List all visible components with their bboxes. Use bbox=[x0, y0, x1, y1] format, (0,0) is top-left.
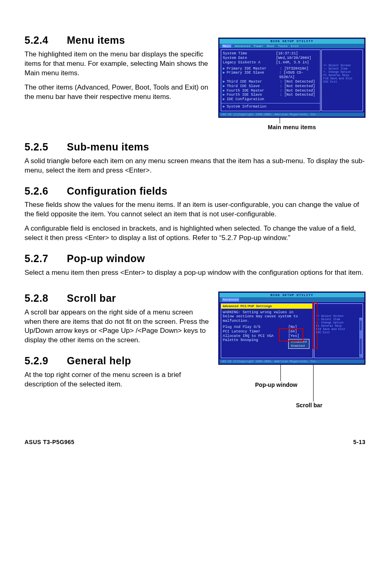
para: The other items (Advanced, Power, Boot, … bbox=[25, 83, 211, 102]
bios-tab: Boot bbox=[267, 44, 275, 48]
triangle-icon: ▶ bbox=[223, 71, 225, 80]
help-line: ESC Exit bbox=[323, 80, 361, 83]
leader-line bbox=[280, 365, 281, 381]
help-line: +- Change Option bbox=[316, 321, 361, 324]
warning-text: WARNING: Setting wrong values in bbox=[223, 310, 311, 315]
triangle-icon: ▶ bbox=[223, 93, 225, 97]
heading-text: Pop-up window bbox=[67, 253, 145, 264]
help-line: F1 General Help bbox=[323, 74, 361, 77]
bios-title: BIOS SETUP UTILITY bbox=[220, 293, 364, 298]
heading-num: 5.2.4 bbox=[25, 34, 64, 47]
caption-popup-window: Pop-up window bbox=[255, 381, 297, 389]
heading-num: 5.2.7 bbox=[25, 252, 64, 266]
heading-529: 5.2.9 General help bbox=[25, 354, 211, 368]
bios-key: Plug And Play O/S bbox=[223, 325, 288, 330]
page-footer: ASUS T3-P5G965 5-13 bbox=[25, 438, 365, 446]
help-line: +- Change Option bbox=[323, 70, 361, 74]
bios-key: System Information bbox=[226, 105, 280, 109]
footer-product: ASUS T3-P5G965 bbox=[25, 438, 74, 446]
scrollbar bbox=[359, 318, 362, 357]
triangle-icon: ▶ bbox=[223, 67, 225, 71]
para: The highlighted item on the menu bar dis… bbox=[25, 50, 211, 78]
bios-val: [Wed,10/20/2004] bbox=[276, 56, 311, 61]
bios-val: : [ST320410A] bbox=[280, 67, 308, 71]
bios-key: Fourth IDE Master bbox=[226, 89, 280, 93]
bios-help-panel: ++ Select Screen ↑↓ Select Item +- Chang… bbox=[314, 303, 363, 358]
highlight-popup-rect bbox=[279, 328, 303, 341]
bios-val: : [Not Detected] bbox=[280, 84, 315, 89]
bios-key: System Date bbox=[223, 56, 276, 61]
panel-title: Advanced PCI/PnP Settings bbox=[221, 304, 313, 309]
help-line: F10 Save and Exit bbox=[316, 328, 361, 331]
bios-tab: Exit bbox=[291, 44, 299, 48]
heading-num: 5.2.8 bbox=[25, 292, 64, 305]
bios-tabs: Advanced bbox=[220, 297, 364, 302]
bios-val: : [Not Detected] bbox=[280, 93, 315, 97]
bios-key: Primary IDE Master bbox=[226, 67, 280, 71]
bios-val: : [Not Detected] bbox=[280, 89, 315, 93]
bios-tab: Main bbox=[222, 44, 231, 48]
bios-key: IDE Configuration bbox=[226, 97, 280, 102]
heading-text: Scroll bar bbox=[67, 292, 116, 304]
heading-526: 5.2.6 Configuration fields bbox=[25, 184, 365, 198]
help-line: ↑↓ Select Item bbox=[316, 318, 361, 321]
heading-num: 5.2.6 bbox=[25, 184, 64, 198]
para: A configurable field is enclosed in brac… bbox=[25, 224, 365, 243]
bios-key: Legacy Diskette A bbox=[223, 61, 276, 65]
help-line: ESC Exit bbox=[316, 331, 361, 334]
bios-val: [16:37:21] bbox=[276, 52, 298, 56]
bios-val: : [ASUS CD-S520/A] bbox=[279, 71, 318, 80]
bios-key: System Time bbox=[223, 52, 276, 56]
footer-page-number: 5-13 bbox=[353, 438, 365, 446]
caption-scroll-bar: Scroll bar bbox=[296, 402, 323, 409]
para: At the top right corner of the menu scre… bbox=[25, 370, 211, 389]
leader-line bbox=[313, 365, 314, 402]
heading-525: 5.2.5 Sub-menu items bbox=[25, 140, 365, 154]
triangle-icon: ▶ bbox=[223, 80, 225, 84]
heading-num: 5.2.9 bbox=[25, 354, 64, 368]
bios-main-screenshot: BIOS SETUP UTILITY Main Advanced Power B… bbox=[218, 38, 365, 118]
bios-key: Fourth IDE Slave bbox=[226, 93, 280, 97]
para: A solid triangle before each item on any… bbox=[25, 157, 365, 175]
highlight-scrollbar-rect bbox=[312, 302, 318, 349]
bios-tab: Tools bbox=[278, 44, 288, 48]
heading-text: Configuration fields bbox=[67, 185, 167, 197]
triangle-icon: ▶ bbox=[223, 84, 225, 89]
bios-tabs: Main Advanced Power Boot Tools Exit bbox=[220, 44, 364, 49]
bios-main-panel: System Time[16:37:21] System Date[Wed,10… bbox=[221, 49, 321, 111]
para: These fields show the values for the men… bbox=[25, 200, 365, 219]
heading-524: 5.2.4 Menu items bbox=[25, 34, 211, 47]
bios-title: BIOS SETUP UTILITY bbox=[220, 39, 364, 44]
bios-key: PCI Latency Timer bbox=[223, 330, 288, 334]
help-line: F10 Save and Exit bbox=[323, 77, 361, 80]
bios-tab: Power bbox=[254, 44, 264, 48]
warning-text: malfunction. bbox=[223, 319, 311, 323]
bios-tab: Advanced bbox=[235, 44, 250, 48]
bios-key: Palette Snooping bbox=[223, 338, 288, 348]
triangle-icon: ▶ bbox=[223, 89, 225, 93]
bios-tab-selected: Advanced bbox=[222, 298, 239, 302]
bios-help-panel: ++ Select Screen ↑↓ Select Item +- Chang… bbox=[321, 49, 363, 111]
triangle-icon: ▶ bbox=[223, 97, 225, 102]
help-line: ++ Select Screen bbox=[316, 314, 361, 318]
heading-text: Sub-menu items bbox=[67, 141, 149, 153]
popup-option: Enabled bbox=[291, 344, 307, 348]
triangle-icon: ▶ bbox=[223, 105, 225, 109]
warning-text: below sections may cause system to bbox=[223, 314, 311, 319]
heading-527: 5.2.7 Pop-up window bbox=[25, 252, 365, 266]
help-line: F1 General Help bbox=[316, 324, 361, 328]
para: A scroll bar appears on the right side o… bbox=[25, 308, 211, 346]
leader-line bbox=[280, 118, 280, 123]
bios-key: Third IDE Slave bbox=[226, 84, 280, 89]
bios-key: Third IDE Master bbox=[226, 80, 280, 84]
bios-val: : [Not Detected] bbox=[280, 80, 315, 84]
bios-copyright: v02.58 (C)Copyright 1985-2004, American … bbox=[220, 112, 364, 117]
heading-528: 5.2.8 Scroll bar bbox=[25, 292, 211, 305]
heading-num: 5.2.5 bbox=[25, 140, 64, 154]
heading-text: General help bbox=[67, 355, 131, 366]
bios-key: Allocate IRQ to PCI VGA bbox=[223, 334, 288, 339]
bios-key: Primary IDE Slave bbox=[226, 71, 279, 80]
heading-text: Menu items bbox=[67, 34, 125, 46]
bios-val: [1.44M, 3.5 in] bbox=[276, 61, 309, 65]
help-line: ++ Select Screen bbox=[323, 64, 361, 67]
